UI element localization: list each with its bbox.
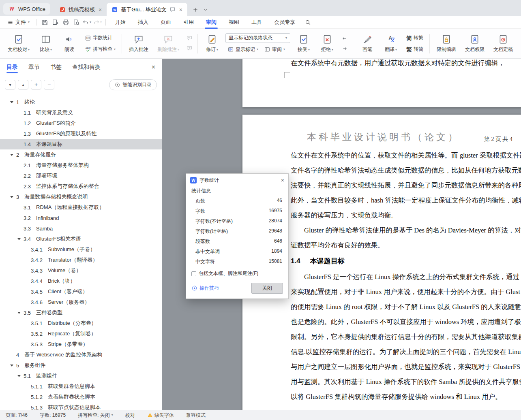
close-icon[interactable]: × bbox=[99, 6, 102, 13]
ribbon-tab[interactable]: 开始 bbox=[109, 16, 132, 29]
next-change-button[interactable] bbox=[341, 45, 349, 53]
prev-change-button[interactable] bbox=[341, 34, 349, 43]
toc-item[interactable]: 1绪论 bbox=[0, 97, 162, 107]
toc-item[interactable]: 3.4.5Client（客户端） bbox=[0, 286, 162, 297]
tips-link[interactable]: 操作技巧 bbox=[191, 285, 219, 292]
ribbon-tab[interactable]: 插入 bbox=[132, 16, 154, 29]
toc-item[interactable]: 3.5.1Distribute（分布卷） bbox=[0, 318, 162, 328]
toc-collapse-button[interactable]: ▾ bbox=[5, 80, 15, 90]
toc-item[interactable]: 2海量存储服务 bbox=[0, 149, 162, 160]
toc-expand-button[interactable]: ▴ bbox=[18, 80, 28, 90]
toc-item[interactable]: 3.4.3Volume（卷） bbox=[0, 265, 162, 276]
toc-add-button[interactable]: + bbox=[31, 80, 41, 90]
ribbon-tab[interactable]: 视图 bbox=[223, 16, 245, 29]
toc-item[interactable]: 3.1RDMA（远程直接数据存取） bbox=[0, 202, 162, 213]
ribbon-tab[interactable]: 引用 bbox=[177, 16, 200, 29]
toc-item[interactable]: 3.5三种卷类型 bbox=[0, 307, 162, 318]
toc-item[interactable]: 5.1.2查看集群卷状态脚本 bbox=[0, 392, 162, 402]
toc-remove-button[interactable]: − bbox=[44, 80, 54, 90]
compat-mode-indicator[interactable]: 兼容模式 bbox=[186, 412, 206, 419]
toc-item[interactable]: 3.3Samba bbox=[0, 223, 162, 234]
toc-item[interactable]: 3.4GlusterFS相关术语 bbox=[0, 234, 162, 244]
toc-item[interactable]: 3.5.2Replicate（复制卷） bbox=[0, 328, 162, 339]
ribbon-tab[interactable]: 会员专享 bbox=[268, 16, 301, 29]
compare-button[interactable]: 比较▾ bbox=[36, 32, 56, 55]
ribbon-tab[interactable]: 工具 bbox=[245, 16, 268, 29]
reject-button[interactable]: 拒绝▾ bbox=[317, 32, 337, 55]
toc-item[interactable]: 2.1海量存储服务整体架构 bbox=[0, 160, 162, 171]
sidebar-tab[interactable]: 查找和替换 bbox=[72, 59, 101, 76]
sidebar-tab[interactable]: 目录 bbox=[6, 59, 18, 76]
to-traditional-button[interactable]: 简转繁 bbox=[404, 33, 425, 43]
toc-item[interactable]: 2.2部署环境 bbox=[0, 171, 162, 181]
toc-item[interactable]: 3海量数据存储相关概念说明 bbox=[0, 192, 162, 202]
document-page[interactable]: 在文件系统中有元数据，用户通过获取元数据来对特定的文件进行编辑， bbox=[242, 59, 521, 107]
checkbox-icon[interactable] bbox=[191, 271, 196, 276]
sidebar-tab[interactable]: 章节 bbox=[28, 59, 40, 76]
missing-font-indicator[interactable]: 缺失字体 bbox=[147, 412, 174, 419]
spell-check-button[interactable]: ABC拼写检查▾ bbox=[83, 45, 118, 54]
toc-item[interactable]: 2.3监控体系与存储体系的整合 bbox=[0, 181, 162, 192]
smart-toc-button[interactable]: 智能识别目录 bbox=[109, 79, 157, 90]
redo-button[interactable]: ▾ bbox=[92, 17, 102, 27]
spell-check-indicator[interactable]: 拼写检查: 关闭 ▾ bbox=[78, 412, 113, 419]
wps-home-button[interactable]: W WPS Office bbox=[3, 3, 50, 15]
proofread-button[interactable]: 文档校对▾ bbox=[5, 32, 32, 55]
toc-item[interactable]: 1.3GlusterFS的原理以及特性 bbox=[0, 128, 162, 139]
expand-triangle-icon[interactable] bbox=[10, 154, 13, 156]
page-indicator[interactable]: 页面: 7/46 bbox=[6, 412, 28, 419]
word-count-indicator[interactable]: 字数: 16975 bbox=[40, 412, 66, 419]
tab-list-chevron-icon[interactable] bbox=[203, 7, 208, 13]
toc-item[interactable]: 3.4.1Subvolume（子卷） bbox=[0, 244, 162, 255]
comment-bubble-icon[interactable] bbox=[169, 6, 176, 13]
new-tab-icon[interactable] bbox=[192, 6, 199, 13]
translate-button[interactable]: A翻译▾ bbox=[381, 32, 401, 55]
restrict-edit-button[interactable]: 限制编辑 bbox=[434, 32, 459, 55]
ribbon-tab[interactable]: 页面 bbox=[154, 16, 177, 29]
track-changes-button[interactable]: 修订▾ bbox=[202, 32, 222, 55]
prev-comment-button[interactable] bbox=[185, 34, 193, 43]
doc-finalize-button[interactable]: 文档定稿 bbox=[491, 32, 516, 55]
toc-item[interactable]: 1.2GlusterFS的简介 bbox=[0, 118, 162, 128]
toc-item[interactable]: 3.4.4Brick（块） bbox=[0, 276, 162, 286]
include-textbox-checkbox[interactable]: 包括文本框、脚注和尾注(F) bbox=[191, 270, 283, 277]
to-simplified-button[interactable]: 繁转简 bbox=[404, 45, 425, 54]
ink-button[interactable]: 画笔 bbox=[357, 32, 377, 55]
read-aloud-button[interactable]: 朗读 bbox=[59, 32, 79, 55]
print-button[interactable] bbox=[61, 17, 71, 27]
expand-triangle-icon[interactable] bbox=[17, 238, 21, 240]
toc-item[interactable]: 1.1研究背景及意义 bbox=[0, 107, 162, 118]
toc-item[interactable]: 1.4本课题目标 bbox=[0, 139, 162, 149]
insert-comment-button[interactable]: 插入批注 bbox=[126, 32, 151, 55]
expand-triangle-icon[interactable] bbox=[17, 375, 21, 377]
file-menu-button[interactable]: 文件 ▾ bbox=[4, 19, 33, 26]
expand-triangle-icon[interactable] bbox=[10, 101, 13, 103]
show-markup-button[interactable]: 显示标记▾ bbox=[225, 45, 260, 54]
toc-item[interactable]: 3.4.2Translator（翻译器） bbox=[0, 255, 162, 265]
save-button[interactable] bbox=[40, 17, 49, 27]
close-icon[interactable]: × bbox=[281, 177, 284, 183]
expand-triangle-icon[interactable] bbox=[10, 365, 13, 367]
expand-triangle-icon[interactable] bbox=[17, 312, 21, 314]
toc-item[interactable]: 4基于 Webservice 的监控体系架构 bbox=[0, 350, 162, 360]
preview-button[interactable] bbox=[71, 17, 81, 27]
close-icon[interactable]: × bbox=[152, 64, 155, 71]
toc-item[interactable]: 5.1.1获取集群卷信息脚本 bbox=[0, 381, 162, 392]
word-count-button[interactable]: 123字数统计 bbox=[83, 33, 114, 43]
document-tab-docer[interactable]: 找稿壳模板 × bbox=[54, 3, 107, 16]
expand-triangle-icon[interactable] bbox=[10, 196, 13, 198]
ribbon-tab[interactable]: 审阅 bbox=[200, 16, 223, 29]
sidebar-tab[interactable]: 书签 bbox=[50, 59, 62, 76]
review-pane-button[interactable]: 审阅▾ bbox=[262, 45, 287, 54]
delete-comment-button[interactable]: 删除批注▾ bbox=[154, 32, 182, 55]
toc-item[interactable]: 5.1监测组件 bbox=[0, 371, 162, 381]
toc-item[interactable]: 3.2Infiniband bbox=[0, 213, 162, 223]
toc-item[interactable]: 3.4.6Server（服务器） bbox=[0, 297, 162, 307]
accept-button[interactable]: 接受▾ bbox=[294, 32, 314, 55]
dialog-title-bar[interactable]: W 字数统计 × bbox=[186, 174, 288, 187]
toc-item[interactable]: 5.1.3获取节点状态信息脚本 bbox=[0, 402, 162, 410]
toc-item[interactable]: 3.5.3Stripe（条带卷） bbox=[0, 339, 162, 350]
close-icon[interactable]: × bbox=[179, 6, 182, 13]
undo-button[interactable]: ▾ bbox=[82, 17, 92, 27]
search-icon[interactable] bbox=[304, 19, 311, 26]
